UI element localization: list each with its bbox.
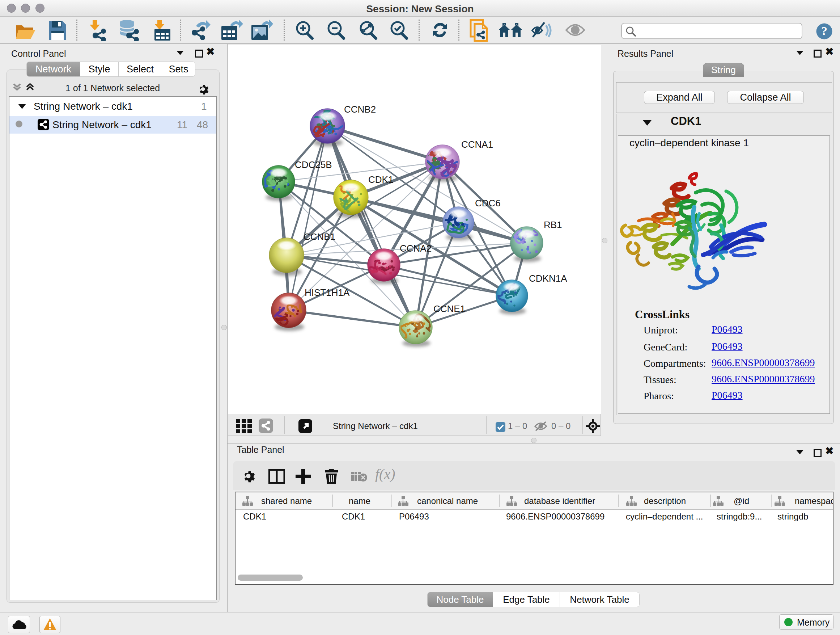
svg-text:?: ?	[821, 24, 827, 38]
svg-text:CDK1: CDK1	[368, 174, 393, 185]
svg-text:CCNB1: CCNB1	[303, 231, 335, 242]
svg-text:CCNA2: CCNA2	[400, 243, 431, 254]
svg-text:CDKN1A: CDKN1A	[529, 273, 567, 284]
svg-text:CCNE1: CCNE1	[433, 303, 465, 314]
svg-text:CDC6: CDC6	[475, 198, 501, 209]
svg-text:HIST1H1A: HIST1H1A	[305, 287, 350, 298]
svg-text:CDC25B: CDC25B	[295, 159, 332, 170]
svg-text:CCNB2: CCNB2	[344, 104, 376, 115]
svg-text:CCNA1: CCNA1	[461, 139, 493, 150]
svg-text:RB1: RB1	[544, 219, 562, 230]
